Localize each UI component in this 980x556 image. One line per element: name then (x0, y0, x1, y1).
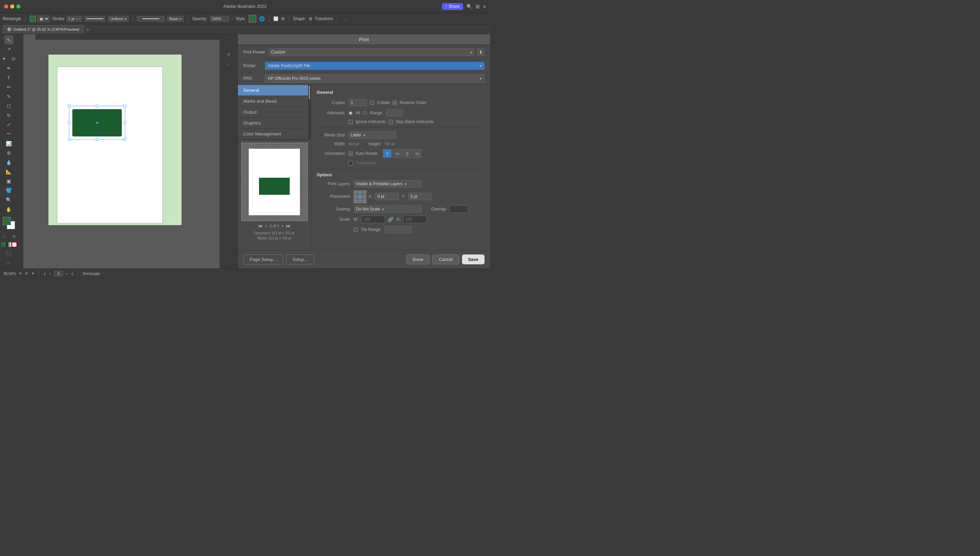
media-size-select[interactable]: Letter (348, 131, 396, 139)
print-layers-select[interactable]: Visible & Printable Layers (354, 180, 422, 187)
foreground-color-box[interactable] (3, 217, 11, 225)
next-page-btn[interactable]: › (282, 223, 283, 228)
blend-tool[interactable]: ⊛ (5, 149, 13, 157)
normal-mode-btn[interactable]: □ (0, 232, 8, 241)
nav-item-output[interactable]: Output (238, 107, 308, 118)
all-radio[interactable] (348, 111, 353, 115)
reverse-order-checkbox[interactable] (392, 101, 397, 105)
handle-mid-right[interactable] (123, 121, 126, 124)
rotation-dropdown-btn[interactable]: ▾ (32, 271, 34, 276)
gradient-tool[interactable]: ▣ (5, 177, 13, 186)
first-page-btn[interactable]: ⏮ (258, 223, 263, 228)
page-input[interactable] (54, 271, 63, 276)
pencil-tool[interactable]: ✎ (5, 92, 13, 101)
fill-select[interactable]: ▣ (37, 15, 50, 22)
done-btn[interactable]: Done (406, 254, 430, 264)
panels-icon[interactable]: ≡ (483, 4, 486, 9)
prev-page-btn[interactable]: ‹ (265, 223, 267, 228)
opacity-expand-icon[interactable]: › (232, 16, 233, 21)
minimize-button[interactable] (10, 5, 15, 8)
magic-wand-tool[interactable]: ✦ (0, 54, 8, 63)
eraser-tool[interactable]: ◻ (5, 101, 13, 110)
last-page-status-btn[interactable]: ›| (71, 272, 73, 276)
opacity-input[interactable] (210, 16, 229, 22)
selected-object-container[interactable] (69, 106, 125, 140)
handle-top-mid[interactable] (96, 105, 99, 107)
brush-indicator[interactable] (137, 16, 165, 21)
tile-range-checkbox[interactable] (354, 228, 358, 232)
close-button[interactable] (4, 5, 8, 8)
nav-item-color-management[interactable]: Color Management (238, 129, 308, 139)
stroke-style-indicator[interactable] (85, 16, 105, 21)
printer-select[interactable]: Adobe PostScript® File (265, 62, 485, 70)
window-controls-icon[interactable]: ⊞ (475, 4, 480, 9)
last-page-btn[interactable]: ⏭ (286, 223, 291, 228)
draw-mode-btn[interactable]: ⊡ (10, 232, 18, 241)
collate-checkbox[interactable] (370, 101, 374, 105)
fill-tool[interactable]: 🪣 (5, 186, 13, 195)
more-options-btn[interactable]: ··· (342, 15, 349, 22)
direct-select-tool[interactable]: ↗ (5, 45, 13, 54)
link-icon[interactable]: 🔗 (388, 217, 393, 222)
collapse-panels-btn[interactable]: » (86, 27, 89, 32)
eyedropper-tool[interactable]: 💧 (5, 158, 13, 167)
portrait-btn[interactable]: ▯ (383, 149, 392, 158)
save-btn[interactable]: Save (462, 254, 485, 264)
tile-range-input[interactable] (384, 226, 412, 233)
preset-save-btn[interactable]: ⬇ (477, 48, 485, 56)
range-input[interactable] (386, 109, 403, 116)
zoom-tool[interactable]: 🔍 (5, 196, 13, 204)
placement-grid[interactable] (354, 190, 366, 203)
transverse-checkbox[interactable] (348, 161, 353, 165)
extra-tools-btn[interactable]: ··· (5, 258, 13, 267)
setup-btn[interactable]: Setup... (286, 254, 314, 264)
artboard[interactable] (57, 66, 163, 223)
panel-2-btn[interactable]: ⊞ (225, 50, 233, 59)
prev-page-status-btn[interactable]: |‹ (44, 272, 47, 276)
skip-blank-checkbox[interactable] (389, 120, 393, 124)
handle-top-right[interactable] (123, 105, 126, 107)
shape-options-icon[interactable]: ⊞ (309, 16, 312, 21)
range-radio[interactable] (363, 111, 367, 115)
fill-color-swatch[interactable] (30, 16, 36, 22)
panel-3-btn[interactable]: ↔ (225, 60, 233, 69)
nav-item-general[interactable]: General (238, 85, 308, 96)
rotate-tool[interactable]: ↻ (5, 111, 13, 120)
presentation-mode-btn[interactable]: ⬛ (5, 249, 13, 258)
document-tab[interactable]: ✕ Untitled-1* @ 35.62 % (CMYK/Preview) (3, 25, 84, 34)
fullscreen-button[interactable] (16, 5, 21, 8)
scale-h-input[interactable] (403, 216, 427, 223)
panel-1-btn[interactable]: ··· (225, 40, 233, 48)
landscape-btn[interactable]: ▭ (393, 149, 402, 158)
brush-tool[interactable]: ✏ (5, 82, 13, 91)
ignore-artboards-checkbox[interactable] (348, 120, 353, 124)
overlap-input[interactable] (450, 205, 468, 213)
arrange-icon[interactable]: ⬜ (273, 16, 278, 21)
landscape-flip-btn[interactable]: ▭ (412, 149, 421, 158)
gradient-mode-btn[interactable] (6, 242, 11, 247)
prev-artboard-btn[interactable]: ‹ (50, 272, 51, 276)
zoom-dropdown-btn[interactable]: ▾ (19, 271, 21, 276)
brush-style-dropdown[interactable]: Basic (167, 16, 184, 22)
page-setup-btn[interactable]: Page Setup... (243, 254, 283, 264)
next-artboard-btn[interactable]: › (66, 272, 68, 276)
hand-tool[interactable]: ✋ (5, 205, 13, 214)
nav-item-marks-bleed[interactable]: Marks and Bleed (238, 96, 308, 107)
warp-tool[interactable]: 〜 (5, 129, 13, 139)
measure-tool[interactable]: 📐 (5, 168, 13, 176)
lasso-tool[interactable]: ⊙ (9, 54, 18, 63)
handle-bot-right[interactable] (123, 138, 126, 141)
align-icons[interactable]: ⊞ (281, 16, 285, 21)
style-swatch[interactable] (249, 15, 256, 23)
search-icon[interactable]: 🔍 (466, 4, 472, 9)
nav-item-graphics[interactable]: Graphics (238, 118, 308, 129)
portrait-flip-btn[interactable]: ▯ (403, 149, 412, 158)
share-button[interactable]: ↑ Share (442, 3, 463, 10)
select-tool[interactable]: ↖ (5, 36, 13, 44)
x-input[interactable] (375, 193, 399, 200)
tab-close-btn[interactable]: ✕ (7, 27, 11, 31)
graph-tool[interactable]: 📊 (5, 139, 13, 148)
type-tool[interactable]: T (5, 73, 13, 82)
stroke-type-dropdown[interactable]: Uniform (108, 16, 129, 22)
cancel-btn[interactable]: Cancel (432, 254, 459, 264)
